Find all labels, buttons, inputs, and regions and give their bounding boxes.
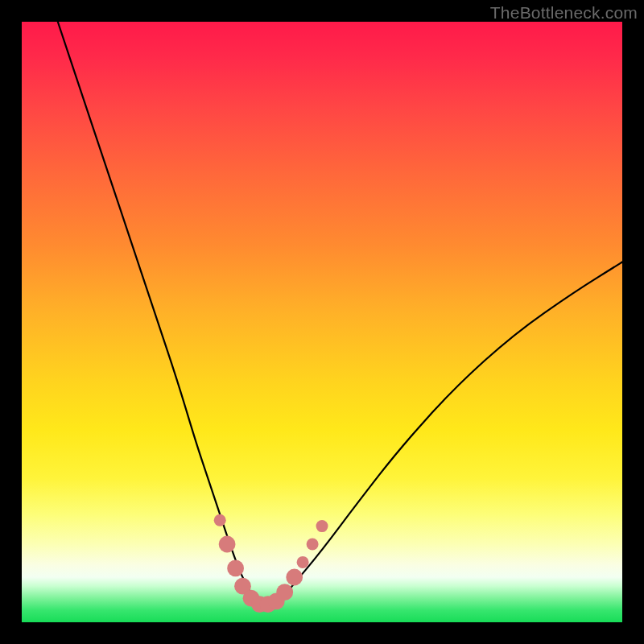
watermark-text: TheBottleneck.com <box>490 3 638 23</box>
highlight-dot <box>316 520 328 532</box>
plot-area <box>22 22 622 622</box>
highlight-dot <box>227 560 244 577</box>
highlight-dot <box>276 584 293 601</box>
highlight-dot <box>307 539 319 551</box>
highlight-dot <box>214 514 226 526</box>
curve-svg <box>22 22 622 622</box>
highlight-dot <box>297 556 309 568</box>
chart-outer-frame: TheBottleneck.com <box>0 0 644 644</box>
highlight-dot <box>219 536 236 553</box>
highlight-dot <box>286 569 303 586</box>
bottleneck-curve <box>58 22 622 606</box>
